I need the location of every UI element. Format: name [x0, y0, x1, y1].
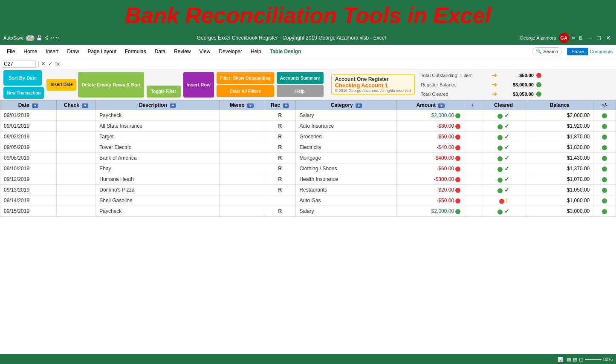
cell-date[interactable]: 09/01/2019: [0, 110, 57, 121]
cell-memo[interactable]: [219, 121, 264, 132]
cell-category[interactable]: Restaurants: [296, 185, 397, 195]
cell-description[interactable]: Tower Electric: [96, 142, 220, 153]
cell-date[interactable]: 09/08/2019: [0, 153, 57, 163]
cell-cleared[interactable]: ✓: [481, 174, 526, 185]
cell-cleared[interactable]: ✓: [481, 163, 526, 174]
cell-date[interactable]: 09/10/2019: [0, 163, 57, 174]
add-col-btn[interactable]: +: [471, 102, 474, 108]
cell-plusminus[interactable]: [593, 121, 616, 132]
menu-help[interactable]: Help: [247, 47, 265, 56]
help-button[interactable]: Help: [277, 85, 324, 97]
cell-cleared[interactable]: ✓: [481, 142, 526, 153]
cell-amount[interactable]: -$400.00: [397, 153, 464, 163]
menu-data[interactable]: Data: [151, 47, 169, 56]
cell-rec[interactable]: [264, 195, 296, 206]
cell-balance[interactable]: $1,830.00: [526, 142, 593, 153]
cell-category[interactable]: Groceries: [296, 132, 397, 142]
save-icon[interactable]: 💾: [36, 35, 42, 41]
clear-all-filters-button[interactable]: Clear All Filters: [217, 85, 274, 97]
cell-rec[interactable]: R: [264, 142, 296, 153]
cell-memo[interactable]: [219, 195, 264, 206]
cell-memo[interactable]: [219, 174, 264, 185]
view-page-icon[interactable]: ▤: [573, 357, 577, 362]
cell-category[interactable]: Clothing / Shoes: [296, 163, 397, 174]
menu-home[interactable]: Home: [20, 47, 40, 56]
cell-check[interactable]: [56, 163, 96, 174]
menu-page-layout[interactable]: Page Layout: [84, 47, 119, 56]
view-normal-icon[interactable]: ▦: [567, 357, 571, 362]
cell-memo[interactable]: [219, 206, 264, 217]
cell-rec[interactable]: R: [264, 121, 296, 132]
cell-plusminus[interactable]: [593, 185, 616, 195]
cell-amount[interactable]: -$50.00: [397, 132, 464, 142]
cell-category[interactable]: Health Insurance: [296, 174, 397, 185]
cell-rec[interactable]: R: [264, 185, 296, 195]
cell-category[interactable]: Auto Insurance: [296, 121, 397, 132]
cell-description[interactable]: Domino's Pizza: [96, 185, 220, 195]
cell-category[interactable]: Salary: [296, 110, 397, 121]
cell-amount[interactable]: $2,000.00: [397, 110, 464, 121]
cell-balance[interactable]: $1,430.00: [526, 153, 593, 163]
undo-icon[interactable]: ↩: [50, 35, 54, 41]
new-transaction-button[interactable]: New Transaction: [3, 87, 44, 99]
cell-description[interactable]: Target: [96, 132, 220, 142]
view-preview-icon[interactable]: ▢: [579, 357, 583, 362]
menu-table-design[interactable]: Table Design: [266, 47, 305, 56]
cell-balance[interactable]: $1,920.00: [526, 121, 593, 132]
cell-check[interactable]: [56, 185, 96, 195]
confirm-formula-icon[interactable]: ✓: [48, 60, 53, 67]
menu-formulas[interactable]: Formulas: [121, 47, 150, 56]
cell-rec[interactable]: R: [264, 174, 296, 185]
cell-balance[interactable]: $1,370.00: [526, 163, 593, 174]
insert-function-icon[interactable]: fx: [55, 60, 60, 67]
redo-icon[interactable]: ↪: [56, 35, 60, 41]
zoom-slider[interactable]: ─────: [585, 357, 602, 362]
cell-cleared[interactable]: !: [481, 195, 526, 206]
sort-by-date-button[interactable]: Sort By Date: [3, 70, 42, 86]
cell-balance[interactable]: $1,870.00: [526, 132, 593, 142]
cell-cleared[interactable]: ✓: [481, 121, 526, 132]
cell-date[interactable]: 09/14/2019: [0, 195, 57, 206]
cell-description[interactable]: All State Insurance: [96, 121, 220, 132]
rec-filter-btn[interactable]: ▼: [283, 103, 289, 108]
cell-memo[interactable]: [219, 110, 264, 121]
delete-empty-rows-button[interactable]: Delete Empty Rows & Sort: [78, 72, 144, 97]
cell-rec[interactable]: R: [264, 153, 296, 163]
cell-cleared[interactable]: ✓: [481, 185, 526, 195]
menu-developer[interactable]: Developer: [215, 47, 246, 56]
cell-balance[interactable]: $3,000.00: [526, 206, 593, 217]
cell-plusminus[interactable]: [593, 153, 616, 163]
cell-description[interactable]: Bank of America: [96, 153, 220, 163]
cell-check[interactable]: [56, 132, 96, 142]
insert-date-button[interactable]: Insert Date: [46, 79, 76, 91]
cell-date[interactable]: 09/01/2019: [0, 121, 57, 132]
cell-memo[interactable]: [219, 153, 264, 163]
menu-file[interactable]: File: [3, 47, 18, 56]
close-button[interactable]: ✕: [604, 34, 613, 41]
cell-amount[interactable]: $2,000.00: [397, 206, 464, 217]
formula-input[interactable]: [61, 60, 614, 67]
cell-category[interactable]: Mortgage: [296, 153, 397, 163]
cell-description[interactable]: Paycheck: [96, 206, 220, 217]
cell-balance[interactable]: $1,000.00: [526, 195, 593, 206]
cell-memo[interactable]: [219, 132, 264, 142]
search-box[interactable]: 🔍 Search: [532, 47, 562, 55]
cell-check[interactable]: [56, 195, 96, 206]
cell-memo[interactable]: [219, 185, 264, 195]
cell-check[interactable]: [56, 153, 96, 163]
comments-button[interactable]: Comments: [590, 49, 613, 54]
cell-balance[interactable]: $2,000.00: [526, 110, 593, 121]
filter-show-outstanding-button[interactable]: Filter: Show Outstanding: [217, 72, 274, 84]
insert-row-button[interactable]: Insert Row: [183, 72, 214, 97]
cell-category[interactable]: Salary: [296, 206, 397, 217]
menu-view[interactable]: View: [196, 47, 214, 56]
share-button[interactable]: Share: [567, 48, 588, 55]
cell-plusminus[interactable]: [593, 195, 616, 206]
cell-plusminus[interactable]: [593, 132, 616, 142]
save-as-icon[interactable]: 🖨: [44, 35, 49, 40]
cell-description[interactable]: Ebay: [96, 163, 220, 174]
maximize-button[interactable]: □: [596, 34, 602, 41]
cat-filter-btn[interactable]: ▼: [356, 103, 362, 108]
cell-amount[interactable]: -$300.00: [397, 174, 464, 185]
date-filter-btn[interactable]: ▼: [32, 103, 38, 108]
